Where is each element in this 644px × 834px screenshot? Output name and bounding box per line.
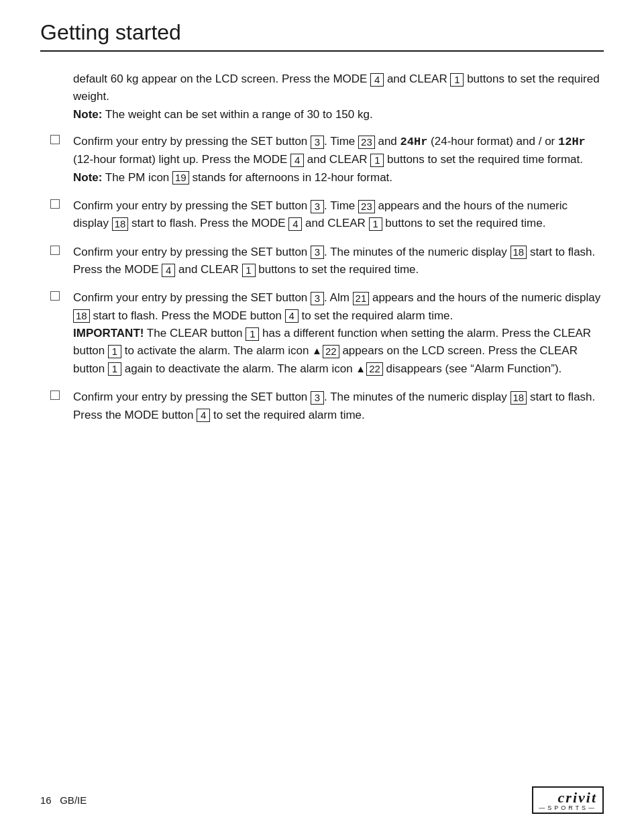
- clear-key-imp2: 1: [108, 345, 121, 358]
- alm-key: 21: [353, 292, 370, 305]
- clear-key-3: 1: [242, 264, 256, 277]
- brand-sub: —SPORTS—: [539, 804, 597, 811]
- intro-paragraph: default 60 kg appear on the LCD screen. …: [47, 70, 604, 123]
- important-label: IMPORTANT!: [73, 327, 144, 340]
- list-item: Confirm your entry by pressing the SET b…: [47, 133, 604, 187]
- footer: 16 GB/IE crivit —SPORTS—: [40, 786, 604, 814]
- checkbox: [50, 291, 60, 301]
- mode-key-3: 4: [162, 264, 175, 277]
- set-key-4: 3: [311, 292, 324, 305]
- 24hr-display: 24Hr: [400, 136, 428, 148]
- set-key-5: 3: [311, 391, 324, 405]
- set-key-3: 3: [311, 246, 324, 259]
- mode-key-2: 4: [288, 217, 302, 231]
- list-item: Confirm your entry by pressing the SET b…: [47, 289, 604, 378]
- clear-key-intro: 1: [450, 73, 464, 87]
- page-title: Getting started: [40, 20, 604, 52]
- alarm-icon-key-1: 22: [323, 345, 339, 358]
- display-key-4: 18: [73, 309, 90, 323]
- checkbox: [50, 135, 60, 144]
- content-area: default 60 kg appear on the LCD screen. …: [40, 70, 604, 424]
- set-key-1: 3: [311, 136, 324, 149]
- mode-key-4: 4: [285, 309, 299, 323]
- bell-icon-1: ▲: [312, 343, 322, 358]
- note1-label: Note:: [73, 108, 102, 121]
- page-number: 16 GB/IE: [40, 794, 87, 806]
- note1-text: The weight can be set within a range of …: [102, 108, 372, 121]
- note2-label: Note:: [73, 171, 102, 184]
- clear-key-imp3: 1: [108, 362, 121, 376]
- checkbox: [50, 199, 60, 209]
- mode-key-5: 4: [197, 409, 210, 422]
- alarm-icon-key-2: 22: [366, 362, 383, 376]
- mode-key-1: 4: [290, 154, 304, 167]
- intro-text: default 60 kg appear on the LCD screen. …: [73, 72, 370, 85]
- display-key-5: 18: [511, 391, 527, 405]
- list-item: Confirm your entry by pressing the SET b…: [47, 244, 604, 279]
- set-key-2: 3: [311, 200, 324, 213]
- checkbox: [50, 246, 60, 255]
- checkbox: [50, 390, 60, 400]
- time-key-1: 23: [358, 136, 375, 149]
- brand-logo: crivit —SPORTS—: [532, 786, 604, 814]
- time-key-2: 23: [358, 200, 375, 213]
- bell-icon-2: ▲: [356, 361, 366, 376]
- clear-key-2: 1: [369, 217, 382, 231]
- clear-key-imp1: 1: [246, 327, 259, 341]
- display-key-2: 18: [112, 217, 129, 231]
- list-item: Confirm your entry by pressing the SET b…: [47, 388, 604, 424]
- list-item: Confirm your entry by pressing the SET b…: [47, 197, 604, 233]
- clear-key-1: 1: [370, 154, 384, 167]
- pm-key: 19: [172, 171, 189, 185]
- display-key-3: 18: [511, 246, 527, 259]
- 12hr-display: 12Hr: [558, 136, 586, 148]
- mode-key-intro: 4: [370, 73, 384, 87]
